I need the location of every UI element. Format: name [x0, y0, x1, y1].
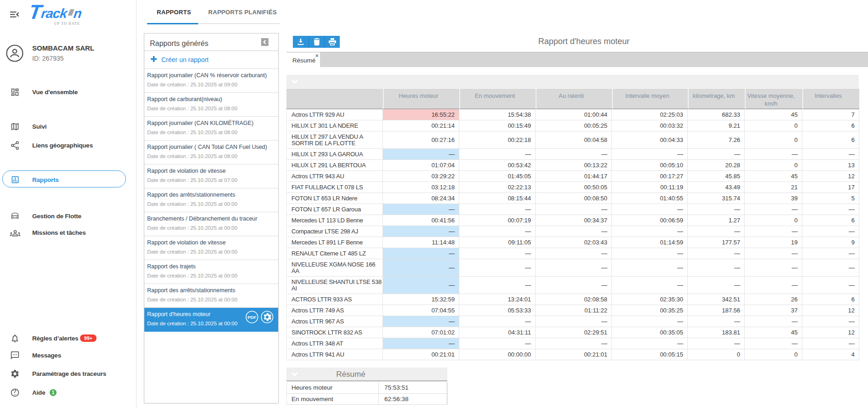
svg-text:PDF: PDF — [248, 315, 257, 320]
